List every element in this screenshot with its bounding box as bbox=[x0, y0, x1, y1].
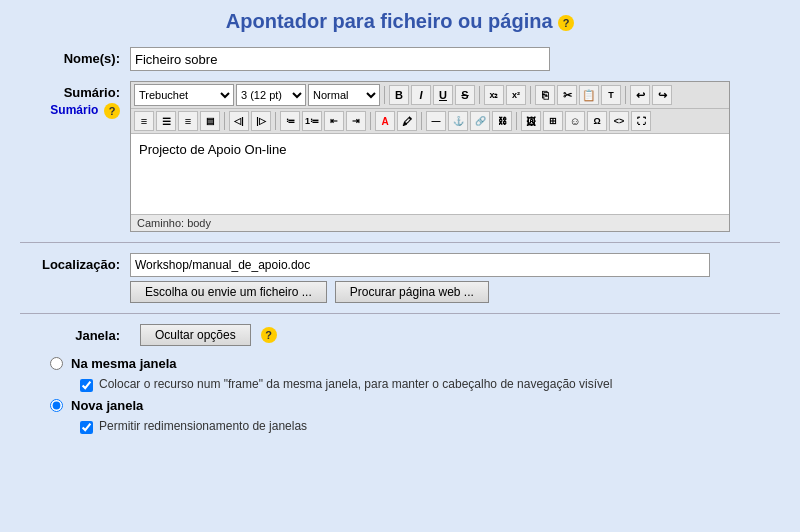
new-window-label[interactable]: Nova janela bbox=[71, 398, 143, 413]
redo-btn[interactable]: ↪ bbox=[652, 85, 672, 105]
summary-row: Sumário: Sumário ? Trebuchet Arial Times… bbox=[20, 81, 780, 232]
hr-btn[interactable]: — bbox=[426, 111, 446, 131]
toolbar-sep-5 bbox=[224, 112, 225, 130]
name-content bbox=[130, 47, 780, 71]
summary-content: Trebuchet Arial Times New Roman 3 (12 pt… bbox=[130, 81, 780, 232]
hide-options-btn[interactable]: Ocultar opções bbox=[140, 324, 251, 346]
location-input[interactable] bbox=[130, 253, 710, 277]
location-label: Localização: bbox=[20, 253, 130, 272]
editor-area[interactable]: Projecto de Apoio On-line bbox=[131, 134, 729, 214]
italic-btn[interactable]: I bbox=[411, 85, 431, 105]
bg-color-btn[interactable]: 🖍 bbox=[397, 111, 417, 131]
choose-file-btn[interactable]: Escolha ou envie um ficheiro ... bbox=[130, 281, 327, 303]
table-btn[interactable]: ⊞ bbox=[543, 111, 563, 131]
editor-statusbar: Caminho: body bbox=[131, 214, 729, 231]
toolbar-row-1: Trebuchet Arial Times New Roman 3 (12 pt… bbox=[131, 82, 729, 109]
name-label: Nome(s): bbox=[20, 47, 130, 66]
toolbar-sep-9 bbox=[516, 112, 517, 130]
align-left-btn[interactable]: ≡ bbox=[134, 111, 154, 131]
new-window-radio[interactable] bbox=[50, 399, 63, 412]
search-web-btn[interactable]: Procurar página web ... bbox=[335, 281, 489, 303]
divider-1 bbox=[20, 242, 780, 243]
toolbar-sep-3 bbox=[530, 86, 531, 104]
resize-checkbox-label: Permitir redimensionamento de janelas bbox=[99, 419, 307, 433]
rtl-btn[interactable]: ◁| bbox=[229, 111, 249, 131]
editor-wrapper: Trebuchet Arial Times New Roman 3 (12 pt… bbox=[130, 81, 730, 232]
radio-section: Na mesma janela Colocar o recurso num "f… bbox=[20, 356, 780, 434]
undo-btn[interactable]: ↩ bbox=[630, 85, 650, 105]
cut-btn[interactable]: ✂ bbox=[557, 85, 577, 105]
copy-btn[interactable]: ⎘ bbox=[535, 85, 555, 105]
char-btn[interactable]: Ω bbox=[587, 111, 607, 131]
font-select[interactable]: Trebuchet Arial Times New Roman bbox=[134, 84, 234, 106]
toolbar-sep-6 bbox=[275, 112, 276, 130]
outdent-btn[interactable]: ⇤ bbox=[324, 111, 344, 131]
image-btn[interactable]: 🖼 bbox=[521, 111, 541, 131]
page-title: Apontador para ficheiro ou página ? bbox=[20, 10, 780, 33]
justify-btn[interactable]: ▤ bbox=[200, 111, 220, 131]
ordered-list-btn[interactable]: 1≔ bbox=[302, 111, 322, 131]
ltr-btn[interactable]: |▷ bbox=[251, 111, 271, 131]
size-select[interactable]: 3 (12 pt) 1 (8 pt) 4 (14 pt) bbox=[236, 84, 306, 106]
text-color-btn[interactable]: A bbox=[375, 111, 395, 131]
title-text: Apontador para ficheiro ou página bbox=[226, 10, 553, 32]
paste-text-btn[interactable]: T bbox=[601, 85, 621, 105]
summary-label-text: Sumário: bbox=[20, 85, 120, 100]
janela-label: Janela: bbox=[20, 328, 130, 343]
resize-checkbox[interactable] bbox=[80, 421, 93, 434]
toolbar-sep-7 bbox=[370, 112, 371, 130]
toolbar-row-2: ≡ ☰ ≡ ▤ ◁| |▷ ≔ 1≔ ⇤ ⇥ A 🖍 — bbox=[131, 109, 729, 134]
summary-help-icon[interactable]: ? bbox=[104, 103, 120, 119]
style-select[interactable]: Normal Heading 1 Heading 2 bbox=[308, 84, 380, 106]
align-right-btn[interactable]: ≡ bbox=[178, 111, 198, 131]
anchor-btn[interactable]: ⚓ bbox=[448, 111, 468, 131]
janela-row: Janela: Ocultar opções ? bbox=[20, 324, 780, 346]
same-window-label[interactable]: Na mesma janela bbox=[71, 356, 177, 371]
divider-2 bbox=[20, 313, 780, 314]
summary-link[interactable]: Sumário bbox=[50, 103, 98, 117]
smiley-btn[interactable]: ☺ bbox=[565, 111, 585, 131]
resize-checkbox-row: Permitir redimensionamento de janelas bbox=[50, 419, 780, 434]
link-btn[interactable]: 🔗 bbox=[470, 111, 490, 131]
frame-checkbox[interactable] bbox=[80, 379, 93, 392]
toolbar-sep-8 bbox=[421, 112, 422, 130]
underline-btn[interactable]: U bbox=[433, 85, 453, 105]
frame-checkbox-row: Colocar o recurso num "frame" da mesma j… bbox=[50, 377, 780, 392]
code-btn[interactable]: <> bbox=[609, 111, 629, 131]
toolbar-sep-4 bbox=[625, 86, 626, 104]
title-help-icon[interactable]: ? bbox=[558, 15, 574, 31]
location-row: Localização: Escolha ou envie um ficheir… bbox=[20, 253, 780, 303]
editor-content: Projecto de Apoio On-line bbox=[139, 142, 286, 157]
name-row: Nome(s): bbox=[20, 47, 780, 71]
bold-btn[interactable]: B bbox=[389, 85, 409, 105]
location-btn-row: Escolha ou envie um ficheiro ... Procura… bbox=[130, 281, 780, 303]
same-window-radio[interactable] bbox=[50, 357, 63, 370]
summary-label: Sumário: Sumário ? bbox=[20, 81, 130, 119]
name-input[interactable] bbox=[130, 47, 550, 71]
janela-help-icon[interactable]: ? bbox=[261, 327, 277, 343]
indent-btn[interactable]: ⇥ bbox=[346, 111, 366, 131]
same-window-radio-row: Na mesma janela bbox=[50, 356, 780, 371]
toolbar-sep-1 bbox=[384, 86, 385, 104]
paste-btn[interactable]: 📋 bbox=[579, 85, 599, 105]
page-container: Apontador para ficheiro ou página ? Nome… bbox=[0, 0, 800, 532]
strikethrough-btn[interactable]: S bbox=[455, 85, 475, 105]
subscript-btn[interactable]: x₂ bbox=[484, 85, 504, 105]
unordered-list-btn[interactable]: ≔ bbox=[280, 111, 300, 131]
toolbar-sep-2 bbox=[479, 86, 480, 104]
fullscreen-btn[interactable]: ⛶ bbox=[631, 111, 651, 131]
location-content: Escolha ou envie um ficheiro ... Procura… bbox=[130, 253, 780, 303]
unlink-btn[interactable]: ⛓ bbox=[492, 111, 512, 131]
new-window-radio-row: Nova janela bbox=[50, 398, 780, 413]
superscript-btn[interactable]: x² bbox=[506, 85, 526, 105]
frame-checkbox-label: Colocar o recurso num "frame" da mesma j… bbox=[99, 377, 612, 391]
align-center-btn[interactable]: ☰ bbox=[156, 111, 176, 131]
